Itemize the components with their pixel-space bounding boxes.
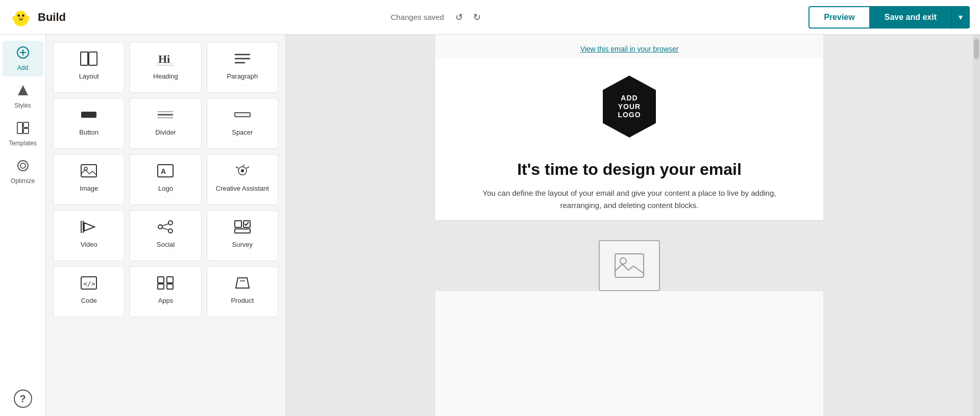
svg-point-14: [18, 161, 28, 171]
svg-rect-29: [81, 165, 96, 177]
image-icon: [80, 164, 97, 181]
undo-button[interactable]: ↺: [452, 9, 466, 26]
right-scrollbar[interactable]: [973, 35, 980, 416]
main-container: Add Styles Templates: [0, 35, 980, 416]
block-video[interactable]: Video · · · · ·: [53, 210, 125, 261]
redo-button[interactable]: ↻: [470, 9, 484, 26]
block-code[interactable]: </> Code · · · · ·: [53, 266, 125, 317]
email-headline: It's time to design your email: [466, 160, 793, 179]
svg-point-41: [158, 225, 162, 229]
sidebar-item-optimize[interactable]: Optimize: [3, 154, 43, 190]
video-label: Video: [81, 241, 97, 248]
layout-icon: [80, 51, 97, 69]
email-logo-section: ADD YOUR LOGO: [435, 58, 823, 150]
block-layout[interactable]: Layout · · · · ·: [53, 42, 125, 93]
image-placeholder-icon: [614, 253, 645, 278]
block-apps[interactable]: Apps · · · · ·: [130, 266, 201, 317]
add-icon: [16, 46, 30, 62]
block-image[interactable]: Image · · · · ·: [53, 154, 125, 205]
block-divider[interactable]: Divider · · · · ·: [130, 98, 201, 149]
divider-label: Divider: [155, 128, 176, 136]
svg-rect-13: [23, 128, 29, 134]
paragraph-label: Paragraph: [227, 72, 258, 80]
creative-assistant-icon: [234, 164, 251, 181]
svg-rect-53: [158, 284, 164, 289]
svg-line-35: [247, 167, 249, 168]
block-button[interactable]: Button · · · · ·: [53, 98, 125, 149]
block-spacer[interactable]: Spacer · · · · ·: [207, 98, 278, 149]
spacer-label: Spacer: [232, 128, 253, 136]
svg-point-58: [620, 258, 626, 264]
svg-line-36: [236, 167, 238, 168]
logo-icon: A: [157, 164, 174, 181]
preview-button[interactable]: Preview: [808, 6, 870, 29]
header-right: Preview Save and exit ▾: [808, 6, 970, 29]
svg-line-34: [242, 165, 244, 167]
styles-icon: [16, 84, 30, 100]
block-social[interactable]: Social · · · · ·: [130, 210, 201, 261]
svg-rect-48: [235, 229, 250, 233]
svg-point-43: [168, 229, 173, 233]
block-heading[interactable]: Hi Heading · · · · ·: [130, 42, 201, 93]
save-exit-dropdown-button[interactable]: ▾: [951, 6, 970, 29]
video-icon: [80, 220, 97, 238]
svg-point-42: [168, 221, 173, 225]
header-center: Changes saved ↺ ↻: [390, 9, 483, 26]
paragraph-icon: [234, 51, 251, 69]
email-headline-section: It's time to design your email You can d…: [435, 150, 823, 220]
svg-rect-12: [23, 122, 29, 127]
svg-text:A: A: [161, 167, 166, 175]
image-label: Image: [80, 185, 98, 192]
optimize-icon: [16, 159, 30, 175]
svg-rect-17: [89, 52, 97, 65]
hexagon-logo: ADD YOUR LOGO: [596, 73, 663, 140]
help-button[interactable]: ?: [14, 389, 32, 408]
apps-icon: [157, 276, 174, 294]
svg-point-5: [12, 16, 16, 20]
svg-line-45: [162, 228, 168, 230]
sidebar-item-templates[interactable]: Templates: [3, 116, 43, 152]
view-in-browser-link[interactable]: View this email in your browser: [435, 35, 823, 58]
templates-label: Templates: [9, 140, 37, 147]
svg-rect-54: [167, 284, 173, 289]
sidebar-item-styles[interactable]: Styles: [3, 79, 43, 114]
right-scrollbar-thumb[interactable]: [974, 39, 979, 59]
svg-point-15: [20, 163, 26, 168]
creative-assistant-label: Creative Assistant: [216, 185, 269, 192]
templates-icon: [16, 121, 30, 138]
survey-label: Survey: [232, 241, 253, 248]
svg-rect-24: [81, 112, 96, 118]
block-product[interactable]: Product · · · · ·: [207, 266, 278, 317]
svg-rect-51: [158, 277, 164, 283]
apps-label: Apps: [158, 297, 174, 304]
sidebar-item-add[interactable]: Add: [3, 41, 43, 76]
svg-rect-52: [167, 277, 173, 283]
image-placeholder-box: [599, 240, 660, 291]
logo-label: Logo: [158, 185, 173, 192]
blocks-grid: Layout · · · · · Hi Heading · · · · ·: [46, 35, 285, 324]
svg-marker-10: [18, 85, 28, 95]
svg-text:</>: </>: [83, 280, 95, 288]
block-survey[interactable]: Survey · · · · ·: [207, 210, 278, 261]
mailchimp-logo: [10, 7, 32, 28]
header-left: Build: [10, 7, 66, 28]
code-icon: </>: [80, 276, 97, 294]
email-subtext: You can define the layout of your email …: [466, 187, 793, 212]
hexagon-logo-text: ADD YOUR LOGO: [618, 94, 641, 119]
svg-point-1: [15, 10, 27, 22]
button-icon: [80, 108, 97, 125]
product-icon: [234, 276, 251, 294]
block-paragraph[interactable]: Paragraph · · · · ·: [207, 42, 278, 93]
heading-label: Heading: [153, 72, 178, 80]
svg-point-2: [17, 14, 19, 16]
save-exit-button[interactable]: Save and exit: [870, 6, 951, 29]
code-label: Code: [81, 297, 97, 304]
block-logo[interactable]: A Logo · · · · ·: [130, 154, 201, 205]
app-header: Build Changes saved ↺ ↻ Preview Save and…: [0, 0, 980, 35]
block-creative-assistant[interactable]: Creative Assistant · · · · ·: [207, 154, 278, 205]
app-title: Build: [38, 11, 66, 24]
email-canvas: View this email in your browser ADD YOUR…: [435, 35, 823, 416]
styles-label: Styles: [14, 102, 31, 109]
social-icon: [157, 220, 174, 238]
optimize-label: Optimize: [11, 177, 35, 185]
